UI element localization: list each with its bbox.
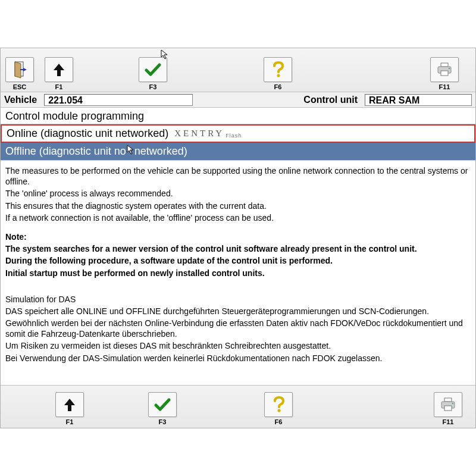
f3-button-bottom[interactable]: F3 — [147, 392, 178, 425]
body-p1: The measures to be performed on the vehi… — [5, 165, 471, 187]
f11-button-top[interactable]: F11 — [429, 57, 460, 90]
f6-button-bottom[interactable]: F6 — [263, 392, 294, 425]
svg-point-16 — [452, 403, 453, 404]
f1-label-bottom: F1 — [66, 418, 74, 425]
svg-rect-13 — [444, 398, 452, 402]
printer-icon — [434, 392, 462, 417]
svg-point-12 — [277, 409, 280, 412]
body-p2: The 'online' process is always recommend… — [5, 188, 471, 199]
option-online-text: Online (diagnostic unit networked) — [7, 127, 168, 140]
note-3: Initial startup must be performed on new… — [5, 268, 471, 278]
control-unit-label: Control unit — [303, 95, 358, 105]
sim-3: Um Risiken zu vermeiden ist dieses DAS m… — [5, 340, 471, 351]
bottom-toolbar: F1 F3 F6 — [1, 385, 475, 428]
f6-label-bottom: F6 — [275, 418, 283, 425]
xentry-brand: XENTRY — [174, 129, 224, 139]
question-icon — [264, 57, 292, 82]
svg-marker-10 — [127, 145, 133, 154]
f1-button-bottom[interactable]: F1 — [54, 392, 85, 425]
f6-button-top[interactable]: F6 — [262, 57, 293, 90]
note-1: The system searches for a newer version … — [5, 243, 471, 254]
f3-button-top[interactable]: F3 — [137, 57, 168, 90]
section-heading: Control module programming — [1, 108, 475, 124]
checkmark-icon — [148, 392, 177, 417]
sim-4: Bei Verwendung der DAS-Simulation werden… — [5, 353, 471, 364]
xentry-flash: Flash — [226, 133, 242, 140]
option-online[interactable]: Online (diagnostic unit networked) XENTR… — [1, 124, 475, 143]
sim-1: DAS speichert alle ONLINE und OFFLINE du… — [5, 306, 471, 317]
f3-label-top: F3 — [149, 83, 157, 90]
arrow-up-icon — [45, 57, 73, 82]
arrow-up-icon — [55, 392, 84, 417]
svg-point-5 — [277, 74, 280, 77]
sim-title: Simulation for DAS — [5, 294, 471, 305]
exit-door-icon — [5, 57, 34, 82]
svg-rect-15 — [444, 406, 452, 411]
note-2: During the following procedure, a softwa… — [5, 255, 471, 266]
svg-point-9 — [449, 68, 450, 69]
f6-label-top: F6 — [274, 83, 282, 90]
option-offline-text-post: networked) — [134, 145, 187, 158]
cursor-icon — [127, 145, 134, 158]
f11-label-top: F11 — [439, 83, 450, 90]
question-icon — [264, 392, 293, 417]
option-offline[interactable]: Offline (diagnostic unit no networked) — [1, 143, 475, 160]
svg-marker-4 — [54, 64, 64, 76]
top-toolbar: ESC F1 F3 — [1, 48, 475, 92]
svg-rect-3 — [20, 69, 24, 70]
option-offline-text-pre: Offline (diagnostic unit no — [5, 145, 126, 158]
body-p3: This ensures that the diagnostic system … — [5, 201, 471, 211]
svg-rect-6 — [441, 63, 448, 67]
f11-button-bottom[interactable]: F11 — [433, 392, 464, 425]
f3-label-bottom: F3 — [159, 418, 167, 425]
control-unit-value: REAR SAM — [365, 94, 472, 106]
body-p4: If a network connection is not available… — [5, 212, 471, 223]
sim-2: Gewöhnlich werden bei der nächsten Onlin… — [5, 318, 471, 339]
f11-label-bottom: F11 — [443, 418, 454, 425]
f1-label-top: F1 — [55, 83, 63, 90]
vehicle-value: 221.054 — [44, 94, 193, 106]
checkmark-icon — [139, 57, 167, 82]
esc-label: ESC — [13, 83, 27, 90]
svg-marker-1 — [15, 62, 21, 78]
printer-icon — [430, 57, 459, 82]
svg-rect-8 — [441, 71, 448, 76]
info-row: Vehicle 221.054 Control unit REAR SAM — [1, 92, 475, 108]
vehicle-label: Vehicle — [4, 95, 37, 105]
body-text: The measures to be performed on the vehi… — [1, 160, 475, 385]
f1-button-top[interactable]: F1 — [43, 57, 74, 90]
note-label: Note: — [5, 231, 471, 242]
svg-marker-11 — [64, 399, 75, 411]
esc-button[interactable]: ESC — [4, 57, 35, 90]
